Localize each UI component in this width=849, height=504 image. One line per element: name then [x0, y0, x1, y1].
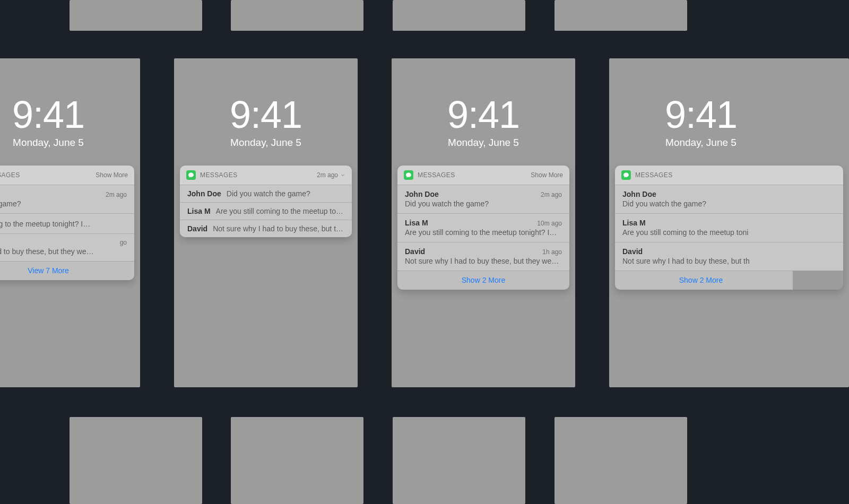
notification-item[interactable]: go why I had to buy these, but they we… [0, 233, 134, 261]
notification-item[interactable]: John Doe2m ago Did you watch the game? [397, 185, 569, 213]
notification-app-label: MESSAGES [418, 171, 455, 179]
clock-time: 9:41 [174, 95, 358, 134]
sender-name: John Doe [622, 190, 656, 198]
notification-timestamp: 1h ago [542, 248, 562, 256]
sender-name: David [405, 247, 425, 256]
message-preview: Did you watch the game? [405, 199, 562, 208]
ghost-top-3 [393, 0, 525, 31]
notification-item[interactable]: till coming to the meetup tonight? I… [0, 213, 134, 233]
clock-date: Monday, June 5 [174, 137, 358, 149]
ghost-top-1 [70, 0, 202, 31]
ghost-top-2 [231, 0, 363, 31]
message-preview: till coming to the meetup tonight? I… [0, 220, 127, 228]
notification-card-stacked[interactable]: MESSAGES Show More John Doe2m ago Did yo… [397, 166, 569, 290]
notification-item[interactable]: David1h ago Not sure why I had to buy th… [397, 242, 569, 271]
lockscreen-frame-left-partial: 9:41 Monday, June 5 MESSAGES Show More e… [0, 58, 140, 387]
clock-time: 9:41 [609, 95, 793, 134]
notification-item[interactable]: Lisa M Are you still coming to the meetu… [615, 213, 843, 242]
notification-timestamp: 10m ago [537, 220, 562, 227]
sender-name: Lisa M [187, 207, 211, 215]
notification-timestamp: 2m ago [106, 191, 127, 198]
message-preview: why I had to buy these, but they we… [0, 247, 127, 256]
notification-item[interactable]: John Doe Did you watch the game? [615, 185, 843, 213]
ghost-bottom-1 [70, 417, 202, 504]
notification-row[interactable]: David Not sure why I had to buy these, b… [180, 220, 352, 237]
notification-row[interactable]: John Doe Did you watch the game? [180, 185, 352, 202]
lockscreen-frame-right-partial: 9:41 Monday, June 5 MESSAGES John Doe Di… [609, 58, 849, 387]
lockscreen-frame-stacked: 9:41 Monday, June 5 MESSAGES Show More J… [392, 58, 575, 387]
notification-card-compact[interactable]: MESSAGES 2m ago John Doe Did you watch t… [180, 166, 352, 237]
sender-name: Lisa M [405, 219, 428, 227]
lockscreen-frame-compact: 9:41 Monday, June 5 MESSAGES 2m ago John… [174, 58, 358, 387]
notification-show-more[interactable]: Show More [96, 171, 128, 179]
chevron-down-icon[interactable] [340, 172, 345, 178]
notification-row[interactable]: Lisa M Are you still coming to the meetu… [180, 202, 352, 220]
notification-app-label: MESSAGES [635, 171, 673, 179]
view-more-link[interactable]: View 7 More [28, 266, 69, 275]
clock-date: Monday, June 5 [0, 137, 140, 149]
message-preview: Not sure why I had to buy these, but th… [213, 224, 344, 233]
message-preview: Are you still coming to the meetup tonig… [405, 228, 562, 237]
ghost-bottom-3 [393, 417, 525, 504]
notification-card[interactable]: MESSAGES Show More e2m ago atch the game… [0, 166, 134, 280]
messages-app-icon [186, 170, 196, 180]
ghost-top-4 [555, 0, 687, 31]
clock-time: 9:41 [392, 95, 575, 134]
sender-name: Lisa M [622, 219, 646, 227]
messages-app-icon [621, 170, 631, 180]
notification-app-label: MESSAGES [200, 171, 238, 179]
notification-item[interactable]: e2m ago atch the game? [0, 185, 134, 213]
ghost-bottom-4 [555, 417, 687, 504]
sender-name: John Doe [187, 189, 221, 198]
notification-timestamp: 2m ago [317, 171, 338, 179]
show-more-link[interactable]: Show 2 More [462, 276, 505, 284]
notification-show-more[interactable]: Show More [531, 171, 563, 179]
clock-date: Monday, June 5 [609, 137, 793, 149]
sender-name: David [622, 247, 643, 256]
message-preview: Did you watch the game? [227, 189, 310, 198]
notification-timestamp: 2m ago [541, 191, 562, 198]
ghost-bottom-2 [231, 417, 363, 504]
sender-name: David [187, 224, 207, 233]
notification-card-stacked[interactable]: MESSAGES John Doe Did you watch the game… [615, 166, 843, 290]
sender-name: John Doe [405, 190, 439, 198]
message-preview: atch the game? [0, 199, 127, 208]
clock-date: Monday, June 5 [392, 137, 575, 149]
messages-app-icon [404, 170, 413, 180]
message-preview: Not sure why I had to buy these, but th [622, 257, 836, 265]
message-preview: Did you watch the game? [622, 199, 836, 208]
notification-app-label: MESSAGES [0, 171, 20, 179]
message-preview: Are you still coming to the meetup ton… [216, 207, 344, 215]
notification-item[interactable]: David Not sure why I had to buy these, b… [615, 242, 843, 271]
message-preview: Are you still coming to the meetup toni [622, 228, 836, 237]
show-more-link[interactable]: Show 2 More [679, 276, 723, 284]
notification-timestamp: go [120, 239, 127, 246]
clock-time: 9:41 [0, 95, 140, 134]
notification-item[interactable]: Lisa M10m ago Are you still coming to th… [397, 213, 569, 242]
message-preview: Not sure why I had to buy these, but the… [405, 257, 562, 265]
